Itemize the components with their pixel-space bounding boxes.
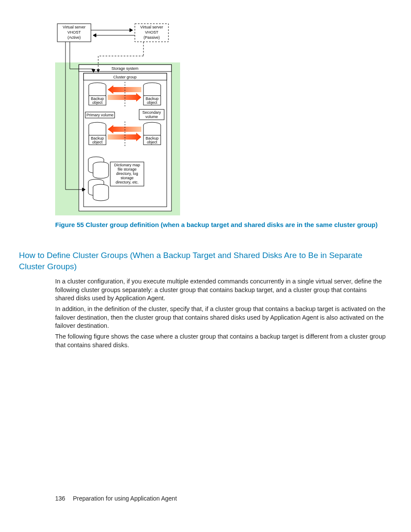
primary-volume-label: Primary volume [85,112,115,118]
svg-text:Storage system: Storage system [112,66,139,71]
svg-text:object: object [147,140,158,144]
virtual-server-active: Virtual server VHOST (Active) [57,24,91,42]
figure-caption: Figure 55 Cluster group definition (when… [55,221,387,229]
svg-text:Virtual server: Virtual server [63,25,86,29]
secondary-volume-label: Secondary volume [139,109,164,120]
svg-text:(Passive): (Passive) [143,35,160,40]
svg-text:(Active): (Active) [68,35,81,40]
svg-text:file storage: file storage [118,167,137,171]
section-heading: How to Define Cluster Groups (When a Bac… [19,250,389,272]
cluster-diagram: Virtual server VHOST (Active) Virtual se… [55,22,180,217]
svg-text:object: object [147,100,158,105]
svg-text:VHOST: VHOST [67,30,81,34]
svg-text:Primary volume: Primary volume [87,113,114,117]
footer-text: Preparation for using Application Agent [73,495,177,502]
backup-object-top-left: Backup object [89,83,106,105]
backup-object-top-right: Backup object [143,83,161,105]
svg-text:volume: volume [145,115,158,119]
svg-text:Dictionary map: Dictionary map [114,163,140,167]
dictmap-label: Dictionary map file storage directory, l… [110,162,144,186]
svg-text:Cluster group: Cluster group [113,75,137,79]
svg-text:Virtual server: Virtual server [140,25,163,29]
backup-object-bottom-right: Backup object [143,122,161,145]
body-paragraph-1: In a cluster configuration, if you execu… [55,277,387,303]
page-number: 136 [55,495,65,502]
svg-text:directory, log: directory, log [116,171,138,176]
svg-marker-9 [130,28,133,32]
svg-text:directory, etc.: directory, etc. [115,180,138,184]
virtual-server-passive: Virtual server VHOST (Passive) [135,24,168,42]
page-footer: 136 Preparation for using Application Ag… [55,495,177,502]
body-paragraph-3: The following figure shows the case wher… [55,333,387,349]
svg-text:storage: storage [121,176,134,180]
page-root: Virtual server VHOST (Active) Virtual se… [0,0,411,532]
svg-text:object: object [92,100,103,105]
svg-text:VHOST: VHOST [145,30,159,34]
body-paragraph-2: In addition, in the definition of the cl… [55,305,387,330]
server-arrows [91,28,135,37]
svg-text:Secondary: Secondary [142,110,161,115]
svg-marker-11 [93,34,96,37]
backup-object-bottom-left: Backup object [89,122,106,145]
svg-text:object: object [92,140,103,144]
